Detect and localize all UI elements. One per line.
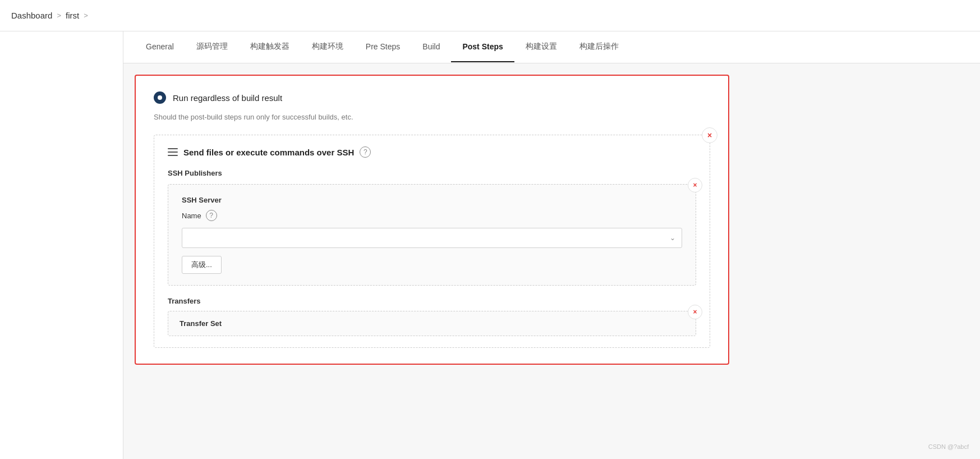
advanced-button[interactable]: 高级... xyxy=(182,256,222,274)
close-icon: × xyxy=(693,308,697,316)
breadcrumb-first[interactable]: first xyxy=(66,11,79,20)
name-field-row: Name ? xyxy=(182,210,682,221)
radio-dot-inner xyxy=(158,95,162,100)
sidebar xyxy=(0,31,123,459)
name-label: Name xyxy=(182,212,201,220)
ssh-section: × Send files or execute commands over SS… xyxy=(154,135,710,348)
ssh-server-box: × SSH Server Name ? ⌄ xyxy=(168,184,696,286)
transfers-label: Transfers xyxy=(168,297,696,305)
transfer-set-close-button[interactable]: × xyxy=(688,305,702,319)
page-body: Run regardless of build result Should th… xyxy=(123,63,980,376)
run-radio[interactable] xyxy=(154,91,166,104)
tab-post-steps[interactable]: Post Steps xyxy=(451,32,514,62)
ssh-section-header: Send files or execute commands over SSH … xyxy=(168,146,696,158)
run-option-label: Run regardless of build result xyxy=(173,93,282,103)
run-option-desc: Should the post-build steps run only for… xyxy=(154,113,710,121)
tabs-bar: General 源码管理 构建触发器 构建环境 Pre Steps Build … xyxy=(123,31,980,63)
transfer-set-title: Transfer Set xyxy=(180,319,684,328)
tab-general[interactable]: General xyxy=(135,32,185,62)
watermark: CSDN @?abcf xyxy=(928,443,969,450)
server-name-select-wrapper: ⌄ xyxy=(182,228,682,248)
tab-post-build[interactable]: 构建后操作 xyxy=(568,31,630,63)
tab-build[interactable]: Build xyxy=(411,32,451,62)
close-icon: × xyxy=(693,181,697,189)
breadcrumb-sep2: > xyxy=(84,11,88,20)
tab-source[interactable]: 源码管理 xyxy=(185,31,239,63)
breadcrumb-sep1: > xyxy=(57,11,61,20)
ssh-section-close-button[interactable]: × xyxy=(702,127,717,143)
main-content: General 源码管理 构建触发器 构建环境 Pre Steps Build … xyxy=(0,31,980,459)
content-area: General 源码管理 构建触发器 构建环境 Pre Steps Build … xyxy=(123,31,980,459)
tab-env[interactable]: 构建环境 xyxy=(301,31,355,63)
tab-build-settings[interactable]: 构建设置 xyxy=(514,31,568,63)
tab-pre-steps[interactable]: Pre Steps xyxy=(355,32,411,62)
hamburger-icon[interactable] xyxy=(168,148,178,156)
name-help-icon[interactable]: ? xyxy=(206,210,217,221)
run-option-row: Run regardless of build result xyxy=(154,91,710,104)
ssh-server-close-button[interactable]: × xyxy=(688,178,702,192)
transfer-set-section: × Transfer Set xyxy=(168,311,696,336)
ssh-help-icon[interactable]: ? xyxy=(360,146,371,158)
close-icon: × xyxy=(707,131,712,140)
post-steps-container: Run regardless of build result Should th… xyxy=(135,75,729,365)
tab-triggers[interactable]: 构建触发器 xyxy=(239,31,301,63)
ssh-server-title: SSH Server xyxy=(182,196,682,204)
ssh-title: Send files or execute commands over SSH xyxy=(183,148,354,157)
ssh-publishers-label: SSH Publishers xyxy=(168,169,696,177)
server-name-select[interactable] xyxy=(182,228,682,248)
top-bar: Dashboard > first > xyxy=(0,0,980,31)
breadcrumb: Dashboard > first > xyxy=(11,11,88,20)
breadcrumb-dashboard[interactable]: Dashboard xyxy=(11,11,52,20)
